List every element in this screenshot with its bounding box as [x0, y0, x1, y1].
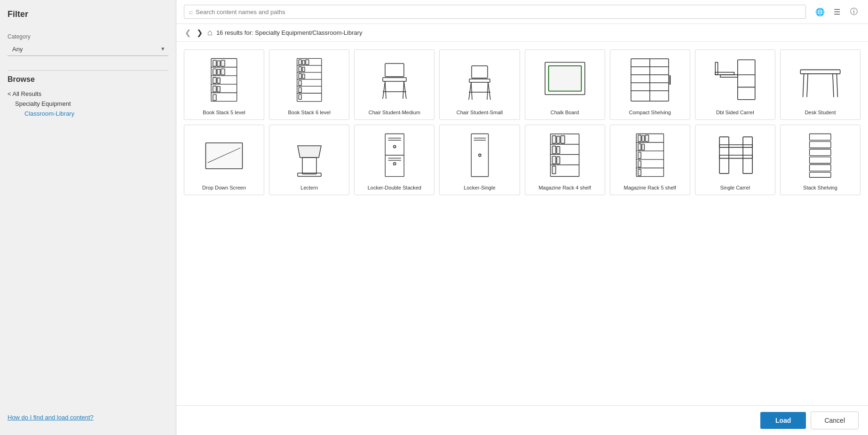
item-label-12: Locker-Single	[464, 184, 495, 191]
item-grid: Book Stack 5 level	[184, 49, 860, 195]
item-card-7[interactable]: Dbl Sided Carrel	[695, 49, 775, 120]
search-input[interactable]	[196, 8, 801, 16]
svg-rect-25	[299, 67, 301, 71]
item-label-6: Compact Shelving	[629, 109, 671, 116]
browse-all-results[interactable]: < All Results	[8, 90, 168, 97]
item-label-10: Lectern	[300, 184, 318, 191]
back-button[interactable]: ❮	[184, 28, 192, 37]
svg-rect-31	[299, 95, 301, 99]
svg-rect-106	[638, 161, 641, 167]
browse-classroom-library[interactable]: Classroom-Library	[8, 110, 168, 117]
svg-rect-27	[299, 73, 301, 78]
filter-title: Filter	[8, 9, 168, 19]
list-icon[interactable]: ☰	[830, 5, 844, 18]
search-icon: ⌕	[189, 8, 193, 16]
svg-rect-29	[299, 80, 301, 85]
item-card-2[interactable]: Book Stack 6 level	[269, 49, 349, 120]
item-image-12	[443, 129, 515, 182]
item-image-14	[614, 129, 686, 182]
help-link[interactable]: How do I find and load content?	[8, 414, 94, 421]
item-label-9: Drop Down Screen	[202, 184, 246, 191]
svg-line-42	[488, 82, 490, 100]
sidebar-bottom: How do I find and load content?	[8, 414, 168, 426]
svg-rect-91	[557, 146, 560, 153]
svg-rect-94	[552, 166, 556, 174]
nav-bar: ❮ ❯ ⌂ 16 results for: Specialty Equipmen…	[176, 24, 868, 42]
item-card-12[interactable]: Locker-Single	[439, 125, 520, 195]
svg-rect-47	[548, 66, 581, 91]
info-icon[interactable]: ⓘ	[847, 5, 860, 18]
item-label-8: Desk Student	[805, 109, 836, 116]
svg-rect-111	[719, 145, 752, 148]
item-label-5: Chalk Board	[551, 109, 579, 116]
item-image-7	[699, 54, 771, 106]
item-label-1: Book Stack 5 level	[203, 109, 245, 116]
item-card-6[interactable]: Compact Shelving	[610, 49, 690, 120]
category-select-wrapper[interactable]: Any Furniture Equipment Technology	[8, 43, 168, 56]
svg-rect-116	[810, 165, 831, 171]
footer: Load Cancel	[176, 405, 868, 435]
item-image-4	[443, 54, 515, 106]
browse-specialty-equipment[interactable]: Specialty Equipment	[8, 100, 168, 107]
item-card-4[interactable]: Chair Student-Small	[439, 49, 520, 120]
svg-rect-9	[217, 69, 220, 75]
svg-line-36	[385, 81, 386, 99]
svg-line-65	[833, 74, 834, 97]
svg-line-43	[471, 82, 472, 100]
item-image-16	[784, 129, 856, 182]
item-card-11[interactable]: Locker-Double Stacked	[354, 125, 434, 195]
forward-button[interactable]: ❯	[196, 28, 204, 37]
svg-rect-10	[221, 69, 225, 75]
svg-line-41	[469, 82, 471, 100]
svg-rect-105	[638, 152, 641, 158]
svg-rect-33	[385, 63, 404, 77]
svg-rect-26	[302, 67, 305, 71]
svg-rect-14	[217, 86, 220, 92]
item-label-14: Magazine Rack 5 shelf	[624, 184, 676, 191]
item-label-7: Dbl Sided Carrel	[716, 109, 754, 116]
item-card-9[interactable]: Drop Down Screen	[184, 125, 264, 195]
svg-rect-112	[810, 134, 831, 140]
item-image-11	[358, 129, 430, 182]
svg-line-35	[404, 81, 406, 99]
item-card-1[interactable]: Book Stack 5 level	[184, 49, 264, 120]
cancel-button[interactable]: Cancel	[811, 411, 859, 429]
globe-icon[interactable]: 🌐	[813, 5, 827, 18]
item-card-14[interactable]: Magazine Rack 5 shelf	[610, 125, 690, 195]
svg-rect-66	[206, 142, 243, 168]
svg-rect-15	[213, 95, 216, 101]
svg-rect-117	[810, 172, 831, 177]
svg-rect-6	[217, 61, 220, 66]
svg-rect-102	[645, 135, 648, 142]
svg-rect-28	[302, 74, 305, 79]
item-card-3[interactable]: Chair Student-Medium	[354, 49, 434, 120]
svg-line-34	[383, 81, 385, 99]
item-label-15: Single Carrel	[720, 184, 750, 191]
svg-rect-5	[213, 60, 216, 66]
item-card-13[interactable]: Magazine Rack 4 shelf	[525, 125, 605, 195]
main-panel: ⌕ 🌐 ☰ ⓘ ❮ ❯ ⌂ 16 results for: Specialty …	[176, 0, 868, 435]
svg-rect-113	[810, 142, 831, 148]
item-card-16[interactable]: Stack Shelving	[780, 125, 860, 195]
svg-rect-61	[800, 70, 840, 74]
item-card-5[interactable]: Chalk Board	[525, 49, 605, 120]
search-box[interactable]: ⌕	[184, 5, 806, 19]
category-label: Category	[8, 33, 168, 40]
item-label-13: Magazine Rack 4 shelf	[538, 184, 591, 191]
item-label-3: Chair Student-Medium	[369, 109, 420, 116]
svg-rect-115	[810, 157, 831, 163]
item-card-8[interactable]: Desk Student	[780, 49, 860, 120]
svg-rect-13	[213, 86, 216, 92]
svg-rect-114	[810, 149, 831, 156]
svg-rect-7	[221, 60, 225, 66]
item-card-10[interactable]: Lectern	[269, 125, 349, 195]
svg-rect-87	[552, 135, 556, 143]
svg-rect-93	[557, 157, 560, 164]
load-button[interactable]: Load	[760, 412, 806, 429]
item-card-15[interactable]: Single Carrel	[695, 125, 775, 195]
home-icon[interactable]: ⌂	[207, 28, 213, 38]
category-select[interactable]: Any Furniture Equipment Technology	[8, 43, 168, 56]
svg-line-63	[836, 74, 837, 97]
header-icons: 🌐 ☰ ⓘ	[813, 5, 860, 18]
svg-rect-110	[719, 155, 752, 158]
